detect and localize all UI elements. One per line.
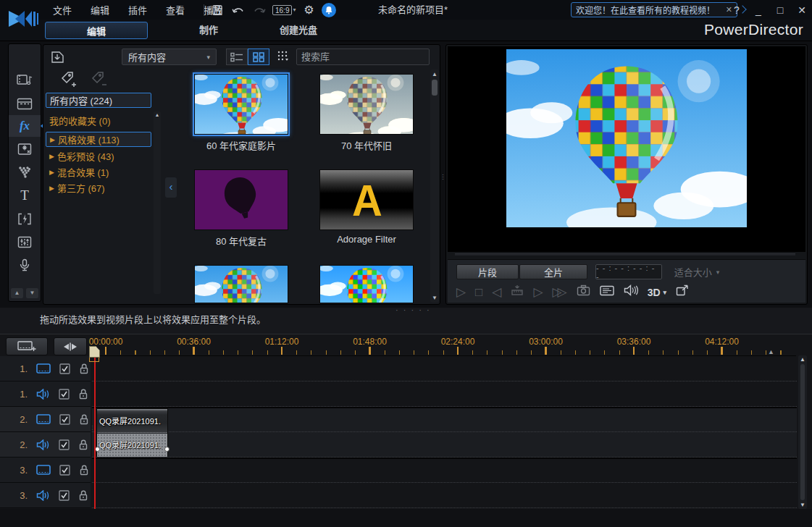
track-lane[interactable] [92, 432, 797, 458]
playhead-line[interactable] [94, 347, 96, 509]
audio-clip[interactable]: QQ录屏2021091. [97, 434, 167, 457]
tab-produce[interactable]: 制作 [187, 22, 230, 39]
welcome-notification[interactable]: 欢迎您！在此查看所有的教程视频！ ✕ [571, 2, 737, 17]
import-media-button[interactable] [50, 49, 69, 65]
scroll-down-icon[interactable]: ▼ [430, 295, 439, 301]
category-color-presets[interactable]: ▶ 色彩预设 (43) [46, 148, 151, 164]
timeline-ruler[interactable]: 00:00:0000:36:0001:12:0001:48:0002:24:00… [92, 336, 796, 356]
track-lock-icon[interactable] [79, 413, 89, 425]
detach-preview-button[interactable] [676, 284, 689, 301]
clip-mode-button[interactable]: 片段 [456, 264, 519, 279]
seek-bar[interactable] [455, 253, 795, 256]
track-lock-icon[interactable] [79, 464, 89, 476]
sidebar-item-particles[interactable] [9, 138, 41, 160]
sidebar-item-projects[interactable] [9, 93, 41, 114]
3d-mode-button[interactable]: 3D ▾ [648, 287, 666, 298]
aspect-ratio-selector[interactable]: 16:9 ▾ [272, 2, 296, 18]
sidebar-item-media[interactable] [9, 69, 41, 91]
save-button[interactable] [209, 2, 225, 18]
collapse-tree-button[interactable]: ‹ [165, 177, 177, 198]
track-enable-checkbox[interactable] [59, 439, 70, 450]
track-lane[interactable] [92, 407, 797, 432]
track-lock-icon[interactable] [78, 489, 88, 501]
help-button[interactable]: ? [731, 4, 742, 16]
tree-scrollbar[interactable]: ▲ [154, 111, 161, 294]
track-lock-icon[interactable] [78, 388, 88, 400]
library-scrollbar[interactable]: ▲ ▼ [430, 69, 439, 303]
expander-icon[interactable]: ▶ [49, 185, 54, 192]
panel-splitter[interactable]: ··· [441, 166, 445, 187]
effect-thumbnail[interactable]: A [319, 169, 414, 230]
category-third-party[interactable]: ▶ 第三方 (67) [46, 180, 151, 195]
search-input[interactable] [301, 51, 429, 62]
maximize-button[interactable]: □ [774, 4, 786, 16]
preview-quality-button[interactable] [600, 284, 614, 301]
track-lock-icon[interactable] [79, 363, 89, 374]
library-filter-dropdown[interactable]: 所有内容 ▾ [122, 49, 217, 65]
undo-button[interactable] [230, 2, 246, 18]
tab-edit[interactable]: 编辑 [45, 22, 148, 39]
track-enable-checkbox[interactable] [59, 363, 70, 374]
track-lane[interactable] [92, 381, 797, 407]
sidebar-item-pip-objects[interactable] [9, 161, 41, 183]
stop-button[interactable]: □ [475, 284, 482, 301]
track-header-row[interactable]: 2. [0, 407, 91, 432]
zoom-fit-dropdown[interactable]: 适合大小 ▾ [666, 264, 727, 279]
fast-forward-button[interactable]: ▷▷ [553, 284, 563, 301]
track-lane[interactable] [92, 483, 797, 508]
category-favorites[interactable]: 我的收藏夹 (0) [46, 113, 151, 128]
next-frame-button[interactable]: ▷ [533, 284, 543, 301]
library-menu-button[interactable] [277, 50, 290, 65]
track-manager-button[interactable] [6, 337, 48, 355]
scrollbar-thumb[interactable] [432, 80, 438, 96]
snapshot-button[interactable] [577, 284, 590, 301]
track-lane[interactable] [92, 458, 797, 483]
category-blend-effects[interactable]: ▶ 混合效果 (1) [46, 164, 151, 180]
panel-resize-handle[interactable]: · · · · · [395, 305, 431, 314]
preview-viewport[interactable] [448, 46, 805, 252]
step-seek-button[interactable] [511, 284, 524, 301]
scrollbar-thumb[interactable] [800, 364, 805, 500]
track-header-row[interactable]: 3. [0, 483, 91, 508]
play-button[interactable]: ▷ [456, 284, 466, 301]
track-header-row[interactable]: 1. [0, 381, 91, 407]
effect-thumbnail[interactable] [194, 265, 288, 303]
sidebar-item-voiceover[interactable] [9, 254, 41, 276]
movie-mode-button[interactable]: 全片 [519, 264, 587, 279]
track-header-row[interactable]: 3. [0, 458, 91, 483]
redo-button[interactable] [251, 2, 267, 18]
track-header-row[interactable]: 1. [0, 356, 91, 381]
timeline-splitter-dots[interactable]: ··· [91, 425, 93, 431]
effect-tile-80s[interactable]: 80 年代复古 [194, 169, 288, 248]
timeline-clip-group[interactable]: QQ录屏2021091. QQ录屏2021091. [96, 408, 168, 457]
sidebar-item-audio-mixing[interactable] [9, 231, 41, 253]
scroll-up-icon[interactable]: ▲ [430, 71, 439, 77]
track-header-row[interactable]: 2. [0, 432, 91, 458]
list-view-button[interactable] [226, 49, 248, 65]
track-enable-checkbox[interactable] [59, 465, 70, 476]
sidebar-item-titles[interactable]: T [9, 185, 41, 206]
track-enable-checkbox[interactable] [59, 414, 70, 425]
settings-button[interactable]: ⚙ [301, 2, 317, 18]
menu-plugins[interactable]: 插件 [120, 3, 155, 17]
video-clip[interactable]: QQ录屏2021091. [97, 409, 167, 433]
scroll-down-icon[interactable]: ▼ [798, 502, 807, 508]
scroll-up-icon[interactable]: ▲ [798, 356, 807, 363]
effect-thumbnail[interactable] [319, 74, 414, 135]
close-button[interactable]: ✕ [796, 4, 808, 16]
sidebar-scroll-up-button[interactable]: ▲ [11, 288, 23, 298]
sidebar-item-effects[interactable]: fx [9, 115, 41, 137]
audio-keyframe-handle[interactable] [95, 447, 100, 452]
library-search[interactable] [296, 49, 430, 65]
expander-icon[interactable]: ▶ [49, 169, 54, 176]
menu-file[interactable]: 文件 [45, 3, 80, 17]
track-lane[interactable] [92, 356, 797, 381]
timeline-tracks-area[interactable]: QQ录屏2021091. QQ录屏2021091. [92, 356, 797, 508]
effect-thumbnail[interactable] [194, 169, 288, 230]
effect-tile-partial-1[interactable] [194, 265, 288, 303]
effect-tile-adorage[interactable]: A Adorage Filter [319, 169, 414, 245]
effect-tile-70s[interactable]: 70 年代怀旧 [319, 74, 414, 152]
add-tag-button[interactable] [61, 71, 80, 88]
minimize-button[interactable]: _ [753, 4, 764, 16]
timeline-vertical-scrollbar[interactable]: ▲ ▼ [798, 355, 807, 509]
